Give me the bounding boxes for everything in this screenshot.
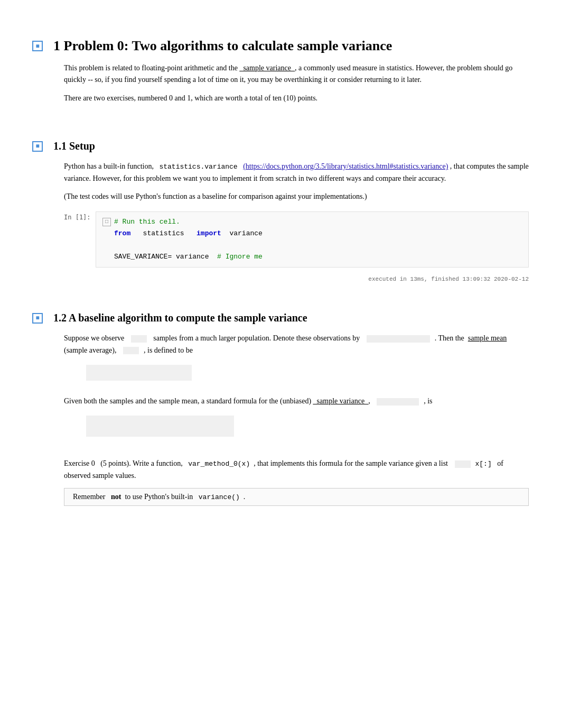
code-save-variance: SAVE_VARIANCE <box>114 251 167 263</box>
section-1-toggle[interactable]: ■ <box>32 41 43 51</box>
section-12-header: ■ 1.2 A baseline algorithm to compute th… <box>32 312 529 324</box>
cell-label: In [1]: <box>64 211 96 221</box>
section-11-content: Python has a built-in function, statisti… <box>64 161 529 282</box>
code-comment-2: # Ignore me <box>209 251 262 263</box>
keyword-import: import <box>197 228 221 239</box>
section-12-title: 1.2 A baseline algorithm to compute the … <box>53 312 307 324</box>
section-1-content: This problem is related to floating-poin… <box>64 62 529 104</box>
section-12-content: Suppose we observe samples from a much l… <box>64 333 529 506</box>
cell-toggle-icon[interactable]: □ <box>102 218 111 226</box>
remember-text: Remember not to use Python's built-in va… <box>73 493 520 501</box>
section-11-header: ■ 1.1 Setup <box>32 140 529 152</box>
code-variance-val: variance <box>172 251 209 263</box>
section-1-para-2: There are two exercises, numbered 0 and … <box>64 93 529 104</box>
section-11-para-2: (The test codes will use Python's functi… <box>64 191 529 202</box>
code-line-blank <box>102 239 522 251</box>
section-12-exercise: Exercise 0 (5 points). Write a function,… <box>64 458 529 482</box>
formula-variance <box>64 416 529 437</box>
code-line-toggle: □ # Run this cell. <box>102 216 522 228</box>
keyword-from: from <box>114 228 130 239</box>
formula-variance-line <box>85 416 529 437</box>
code-comment-1: # Run this cell. <box>114 216 180 228</box>
code-line-import: from statistics import variance <box>102 228 522 239</box>
section-1-full-title: Problem 0: Two algorithms to calculate s… <box>60 38 392 54</box>
section-1-header: ■ 1 Problem 0: Two algorithms to calcula… <box>32 38 529 54</box>
formula-mean-line <box>85 365 529 381</box>
section-11-toggle[interactable]: ■ <box>32 141 43 152</box>
identifier-variance: variance <box>221 228 263 239</box>
code-line-assignment: SAVE_VARIANCE = variance # Ignore me <box>102 251 522 263</box>
code-cell-1: In [1]: □ # Run this cell. from statisti… <box>64 211 529 268</box>
module-statistics: statistics <box>130 228 197 239</box>
statistics-variance-link[interactable]: (https://docs.python.org/3.5/library/sta… <box>243 162 448 170</box>
cell-execution-time: executed in 13ms, finished 13:09:32 2020… <box>96 276 529 282</box>
section-12-para-2: Given both the samples and the sample me… <box>64 395 529 407</box>
remember-note: Remember not to use Python's built-in va… <box>64 488 529 506</box>
section-11-para-1: Python has a built-in function, statisti… <box>64 161 529 185</box>
section-12-para-1: Suppose we observe samples from a much l… <box>64 333 529 356</box>
cell-body[interactable]: □ # Run this cell. from statistics impor… <box>96 211 529 268</box>
section-1-para-1: This problem is related to floating-poin… <box>64 62 529 86</box>
code-equals: = <box>167 251 172 263</box>
section-11-title: 1.1 Setup <box>53 140 95 152</box>
page: ■ 1 Problem 0: Two algorithms to calcula… <box>32 38 529 506</box>
section-12-toggle[interactable]: ■ <box>32 313 43 324</box>
formula-mean <box>64 365 529 381</box>
section-1-title: 1 <box>53 38 60 54</box>
